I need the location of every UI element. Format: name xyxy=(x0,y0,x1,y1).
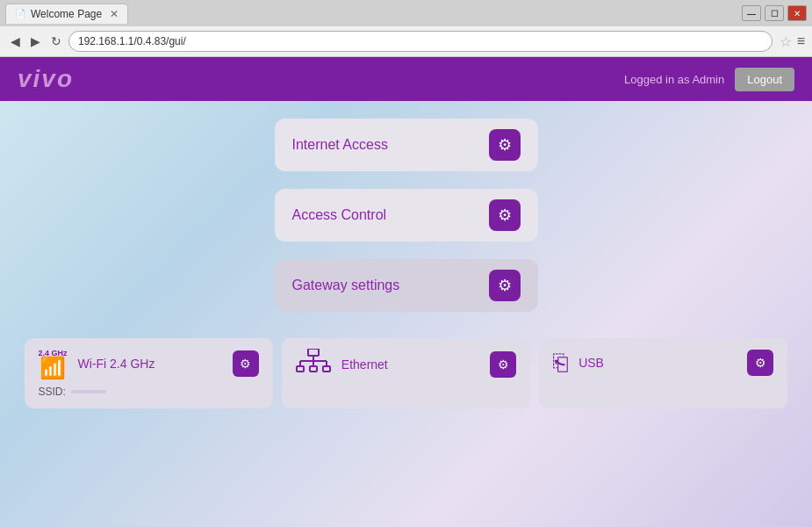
logged-in-text: Logged in as Admin xyxy=(624,73,724,86)
nav-bar: ◀ ▶ ↻ ☆ ≡ xyxy=(0,26,812,56)
close-button[interactable]: ✕ xyxy=(787,5,807,21)
access-control-label: Access Control xyxy=(292,207,387,223)
ethernet-icon xyxy=(296,349,331,380)
usb-card[interactable]: ⎗ USB ⚙ xyxy=(539,338,787,408)
svg-rect-9 xyxy=(323,366,330,372)
ethernet-card-name: Ethernet xyxy=(341,357,490,372)
internet-access-label: Internet Access xyxy=(292,137,388,153)
usb-card-name: USB xyxy=(578,356,747,370)
internet-access-icon: ⚙ xyxy=(489,129,521,161)
forward-button[interactable]: ▶ xyxy=(27,32,44,50)
logout-button[interactable]: Logout xyxy=(735,68,794,91)
internet-access-button[interactable]: Internet Access ⚙ xyxy=(275,119,538,171)
wifi-card-top: 2.4 GHz 📶 Wi-Fi 2.4 GHz ⚙ xyxy=(39,349,259,379)
back-button[interactable]: ◀ xyxy=(7,32,24,50)
access-control-button[interactable]: Access Control ⚙ xyxy=(275,189,538,242)
tab-title: Welcome Page xyxy=(31,8,102,20)
page-background: vivo Logged in as Admin Logout Internet … xyxy=(0,57,812,527)
wifi-symbol-icon: 📶 xyxy=(40,357,66,379)
wifi-card[interactable]: 2.4 GHz 📶 Wi-Fi 2.4 GHz ⚙ SSID: xyxy=(25,338,273,408)
title-bar: 📄 Welcome Page ✕ — ☐ ✕ xyxy=(0,0,812,26)
tab-icon: 📄 xyxy=(15,9,25,18)
bottom-cards: 2.4 GHz 📶 Wi-Fi 2.4 GHz ⚙ SSID: xyxy=(25,338,788,408)
header-right: Logged in as Admin Logout xyxy=(624,68,794,91)
gateway-settings-button[interactable]: Gateway settings ⚙ xyxy=(275,259,538,312)
wifi-card-name: Wi-Fi 2.4 GHz xyxy=(78,357,233,371)
minimize-button[interactable]: — xyxy=(742,5,761,21)
usb-icon-area: ⎗ xyxy=(553,349,568,377)
access-control-icon: ⚙ xyxy=(489,199,521,231)
main-content: Internet Access ⚙ Access Control ⚙ Gatew… xyxy=(0,101,812,527)
bookmark-icon[interactable]: ☆ xyxy=(780,33,792,50)
usb-symbol-icon: ⎗ xyxy=(553,349,568,377)
ethernet-gear-icon: ⚙ xyxy=(490,351,516,378)
ssid-value xyxy=(71,390,106,393)
browser-menu-icon[interactable]: ≡ xyxy=(797,33,805,49)
reload-button[interactable]: ↻ xyxy=(47,32,65,50)
address-bar[interactable] xyxy=(68,31,772,52)
gear-icon-access: ⚙ xyxy=(498,206,512,225)
window-controls: — ☐ ✕ xyxy=(742,5,807,21)
site-header: vivo Logged in as Admin Logout xyxy=(0,57,812,101)
svg-rect-0 xyxy=(308,349,319,356)
browser-chrome: 📄 Welcome Page ✕ — ☐ ✕ ◀ ▶ ↻ ☆ ≡ xyxy=(0,0,812,57)
svg-rect-7 xyxy=(297,366,304,372)
maximize-button[interactable]: ☐ xyxy=(765,5,784,21)
vivo-logo: vivo xyxy=(18,65,74,93)
usb-gear-icon: ⚙ xyxy=(747,350,773,376)
gateway-settings-icon: ⚙ xyxy=(489,270,521,301)
usb-card-top: ⎗ USB ⚙ xyxy=(553,349,773,377)
svg-rect-8 xyxy=(310,366,317,372)
tab-close-button[interactable]: ✕ xyxy=(110,8,119,20)
wifi-gear-icon: ⚙ xyxy=(233,350,259,377)
gateway-settings-label: Gateway settings xyxy=(292,278,400,293)
ethernet-icon-area xyxy=(296,349,331,380)
ethernet-card[interactable]: Ethernet ⚙ xyxy=(282,338,530,408)
ssid-label: SSID: xyxy=(39,386,66,398)
ethernet-card-top: Ethernet ⚙ xyxy=(296,349,516,380)
ssid-row: SSID: xyxy=(39,386,106,398)
browser-tab[interactable]: 📄 Welcome Page ✕ xyxy=(5,4,128,24)
gear-icon-gateway: ⚙ xyxy=(498,276,512,295)
gear-icon-internet: ⚙ xyxy=(498,135,512,155)
wifi-icon-area: 2.4 GHz 📶 xyxy=(39,349,68,379)
